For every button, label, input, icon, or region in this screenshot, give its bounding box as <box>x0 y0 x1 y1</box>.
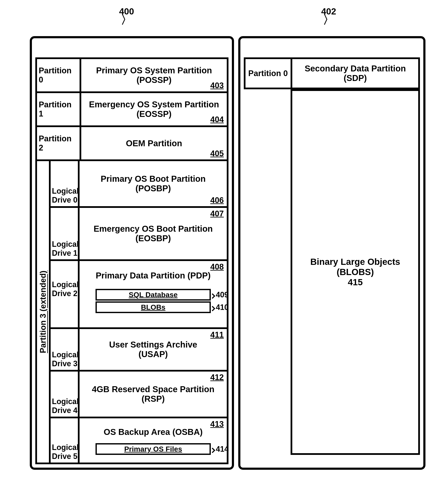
partition-title: Primary OS System Partition <box>96 66 212 75</box>
ref-number: 411 <box>210 330 224 339</box>
ref-number: 415 <box>348 277 363 287</box>
sub-box: BLOBs 410 <box>96 301 211 313</box>
disk-left: Partition 0 Partition 1 Partition 2 Prim… <box>30 36 234 470</box>
callout-left: 400 〉 <box>119 6 134 23</box>
drive-subtitle: (USAP) <box>139 349 168 359</box>
drive-label: Logical Drive 1 <box>52 240 79 258</box>
blob-title: Binary Large Objects <box>310 257 400 267</box>
partition-title: OEM Partition <box>126 138 182 148</box>
drive-subtitle: (POSBP) <box>135 184 171 193</box>
extended-label: Partition 3 (extended) <box>38 271 48 353</box>
callout-hook-icon: 〉 <box>321 16 336 23</box>
ref-number: 405 <box>210 149 224 158</box>
sub-box: Primary OS Files 414 <box>96 443 211 455</box>
sub-box-text: SQL Database <box>129 290 178 299</box>
callout-hook-icon: 〉 <box>119 16 134 23</box>
drive-title: Primary OS Boot Partition <box>101 174 206 184</box>
drive-subtitle: (RSP) <box>142 394 165 404</box>
disk-right-body: Binary Large Objects (BLOBS) 415 <box>290 89 420 455</box>
disk-right: Partition 0 Secondary Data Partition (SD… <box>238 36 425 470</box>
diagram-stage: 400 〉 402 〉 Partition 0 Partition 1 Part… <box>0 0 448 501</box>
disk-left-inner: Partition 0 Partition 1 Partition 2 Prim… <box>35 57 228 464</box>
partition-subtitle: (POSSP) <box>137 75 172 85</box>
drive-title: Primary Data Partition (PDP) <box>96 271 211 280</box>
partition-label: Partition 1 <box>39 100 78 118</box>
blob-subtitle: (BLOBS) <box>337 267 374 277</box>
disk-right-header: Partition 0 Secondary Data Partition (SD… <box>244 57 420 89</box>
ref-number: 407 <box>210 209 224 218</box>
drive-title: User Settings Archive <box>109 340 197 349</box>
partition-label: Partition 0 <box>248 69 288 78</box>
sub-box-tag: 409 <box>211 290 229 299</box>
partition-subtitle: (SDP) <box>344 73 367 83</box>
partition-subtitle: (EOSSP) <box>137 109 172 119</box>
sub-box: SQL Database 409 <box>96 289 211 301</box>
drive-label: Logical Drive 2 <box>52 280 79 298</box>
sub-box-text: Primary OS Files <box>124 445 182 453</box>
logical-drives: Logical Drive 0 Primary OS Boot Partitio… <box>51 161 227 463</box>
drive-label: Logical Drive 5 <box>52 443 79 461</box>
ref-number: 408 <box>210 262 224 272</box>
ref-number: 403 <box>210 81 224 90</box>
ref-number: 413 <box>210 420 224 429</box>
partition-title: Secondary Data Partition <box>305 64 406 73</box>
ref-number: 406 <box>210 196 224 205</box>
sub-box-tag: 410 <box>211 303 229 312</box>
extended-partition: Partition 3 (extended) Logical Drive 0 P… <box>37 161 227 463</box>
sub-box-text: BLOBs <box>141 303 165 311</box>
drive-title: Emergency OS Boot Partition (EOSBP) <box>83 224 223 243</box>
partition-title: Emergency OS System Partition <box>89 100 219 109</box>
drive-label: Logical Drive 3 <box>52 350 79 368</box>
partition-label: Partition 0 <box>39 66 78 84</box>
callout-right: 402 〉 <box>321 6 336 23</box>
drive-label: Logical Drive 0 <box>52 187 79 204</box>
drive-label: Logical Drive 4 <box>52 397 79 415</box>
partition-label: Partition 2 <box>39 134 78 152</box>
sub-box-tag: 414 <box>211 445 229 454</box>
drive-title: 4GB Reserved Space Partition <box>92 384 214 394</box>
ref-number: 404 <box>210 115 224 124</box>
extended-label-bar: Partition 3 (extended) <box>37 161 51 463</box>
drive-title: OS Backup Area (OSBA) <box>104 427 203 437</box>
ref-number: 412 <box>210 373 224 382</box>
